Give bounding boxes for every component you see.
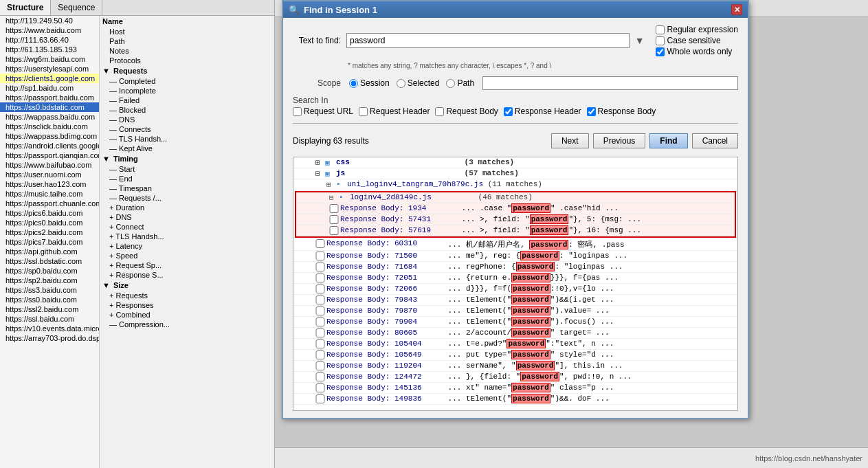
result-row-149836[interactable]: Response Body: 149836 ... tElement("pass… [293, 394, 737, 405]
tree-item[interactable]: https://user.nuomi.com [0, 170, 99, 179]
dialog-close-button[interactable]: ✕ [731, 4, 742, 15]
tree-item[interactable]: https://pics7.baidu.com [0, 237, 99, 247]
scope-session-radio[interactable] [349, 79, 358, 88]
req-path[interactable]: Path [107, 36, 274, 46]
cb-79843[interactable] [315, 296, 325, 304]
timing-dns[interactable]: + DNS [107, 212, 274, 222]
find-dropdown-arrow[interactable]: ▼ [632, 35, 647, 46]
result-row-145136[interactable]: Response Body: 145136 ... xt" name="pass… [293, 383, 737, 394]
cb-72066[interactable] [315, 285, 325, 293]
tree-item[interactable]: https://userstylesapi.com [0, 64, 99, 74]
result-row-1934[interactable]: Response Body: 1934 ... .case "password"… [296, 203, 735, 214]
cb-145136[interactable] [315, 383, 325, 392]
cb-1934[interactable] [329, 204, 339, 213]
file-loginv4[interactable]: ⊟ ▪ loginv4_2d8149c.js (46 matches) [296, 192, 735, 203]
cb-149836[interactable] [315, 394, 325, 403]
file-uni-login[interactable]: ⊞ ▪ uni_loginv4_tangram_70h879c.js (11 m… [293, 179, 737, 190]
cb-60310[interactable] [315, 239, 325, 248]
req-completed[interactable]: — Completed [107, 76, 274, 86]
req-tls[interactable]: — TLS Handsh... [107, 134, 274, 144]
cb-79904[interactable] [315, 317, 325, 326]
cb-105404[interactable] [315, 339, 325, 348]
tree-item[interactable]: https://www.baifubao.com [0, 160, 99, 170]
tree-item[interactable]: https://array703-prod.do.dsp.mp.microsof… [0, 333, 99, 343]
cb-79870[interactable] [315, 307, 325, 315]
tree-item[interactable]: https://ss0.baidu.com [0, 295, 99, 304]
tree-item[interactable]: https://wappass.baidu.com [0, 112, 99, 122]
cb-119204[interactable] [315, 361, 325, 370]
tree-item[interactable]: https://passport.qianqian.com [0, 151, 99, 160]
result-row-105404[interactable]: Response Body: 105404 ... t=e.pwd?"passw… [293, 339, 737, 350]
path-input[interactable] [482, 76, 738, 90]
timing-dur[interactable]: + Duration [107, 203, 274, 212]
tree-item[interactable]: https://ss3.baidu.com [0, 285, 99, 295]
result-row-60310[interactable]: Response Body: 60310 ... 机/邮箱/用户名, passw… [293, 238, 737, 251]
result-row-80605[interactable]: Response Body: 80605 ... 2/account/passw… [293, 328, 737, 339]
next-button[interactable]: Next [551, 133, 589, 148]
timing-end[interactable]: — End [107, 174, 274, 183]
tree-item[interactable]: https://pics6.baidu.com [0, 208, 99, 218]
req-blocked[interactable]: — Blocked [107, 105, 274, 115]
tree-item[interactable]: https://ssl.bdstatic.com [0, 256, 99, 266]
cancel-button[interactable]: Cancel [692, 133, 738, 148]
cb-case-sensitive-input[interactable] [656, 36, 665, 45]
tree-item[interactable]: https://wappass.bdimg.com [0, 131, 99, 141]
result-row-57619[interactable]: Response Body: 57619 ... >, field: "pass… [296, 225, 735, 236]
scope-selected-radio[interactable] [397, 79, 405, 88]
req-protocols[interactable]: Protocols [107, 56, 274, 65]
tree-item[interactable]: https://wg6m.baidu.com [0, 54, 99, 64]
result-row-72051[interactable]: Response Body: 72051 ... {return e.passw… [293, 273, 737, 284]
size-header[interactable]: ▼ Size [100, 280, 274, 291]
si-request-header-cb[interactable] [359, 107, 368, 116]
tree-item[interactable]: https://android.clients.google.com [0, 141, 99, 151]
tree-item[interactable]: https://nsclick.baidu.com [0, 122, 99, 131]
cb-105649[interactable] [315, 350, 325, 359]
requests-header[interactable]: ▼ Requests [100, 65, 274, 76]
timing-speed[interactable]: + Speed [107, 251, 274, 260]
folder-js[interactable]: ⊟ ▣ js (57 matches) [293, 168, 737, 179]
tab-sequence[interactable]: Sequence [51, 0, 102, 15]
size-compression[interactable]: — Compression... [107, 320, 274, 329]
cb-80605[interactable] [315, 328, 325, 337]
tree-item[interactable]: https://pics0.baidu.com [0, 218, 99, 227]
si-response-header-cb[interactable] [504, 107, 513, 116]
req-failed[interactable]: — Failed [107, 96, 274, 105]
tree-item[interactable]: https://sp2.baidu.com [0, 276, 99, 285]
result-row-57431[interactable]: Response Body: 57431 ... >, field: "pass… [296, 214, 735, 225]
previous-button[interactable]: Previous [593, 133, 646, 148]
result-row-71500[interactable]: Response Body: 71500 ... me"}, reg: {pas… [293, 251, 737, 262]
tree-item[interactable]: https://passport.chuanle.com [0, 199, 99, 208]
timing-latency[interactable]: + Latency [107, 241, 274, 251]
tree-item[interactable]: https://ss0.bdstatic.com [0, 102, 99, 112]
cb-124472[interactable] [315, 372, 325, 381]
tree-item[interactable]: http://61.135.185.193 [0, 45, 99, 54]
result-row-105649[interactable]: Response Body: 105649 ... put type="pass… [293, 350, 737, 361]
result-row-72066[interactable]: Response Body: 72066 ... d}}}, f=f(passw… [293, 284, 737, 295]
tree-item[interactable]: https://ssl2.baidu.com [0, 304, 99, 314]
cb-regular-expression-input[interactable] [656, 25, 665, 34]
req-connects[interactable]: — Connects [107, 124, 274, 134]
cb-72051[interactable] [315, 274, 325, 282]
result-row-79870[interactable]: Response Body: 79870 ... tElement("passw… [293, 306, 737, 317]
si-request-body-cb[interactable] [435, 107, 444, 116]
timing-connect[interactable]: + Connect [107, 222, 274, 232]
tree-item[interactable]: https://v10.events.data.microsoft.com [0, 324, 99, 333]
find-button[interactable]: Find [649, 133, 687, 148]
cb-whole-words-input[interactable] [656, 47, 665, 56]
tree-item[interactable]: https://music.taihe.com [0, 189, 99, 199]
tab-structure[interactable]: Structure [0, 0, 51, 15]
tree-item[interactable]: https://clients1.google.com [0, 74, 99, 83]
timing-res-speed[interactable]: + Response S... [107, 270, 274, 280]
timing-timespan[interactable]: — Timespan [107, 183, 274, 193]
cb-57619[interactable] [329, 226, 339, 235]
size-requests[interactable]: + Requests [107, 291, 274, 300]
result-row-119204[interactable]: Response Body: 119204 ... serName", "pas… [293, 361, 737, 372]
tree-item[interactable]: https://passport.baidu.com [0, 93, 99, 102]
find-input[interactable] [346, 33, 630, 48]
tree-item[interactable]: https://user.hao123.com [0, 179, 99, 189]
req-keepalive[interactable]: — Kept Alive [107, 144, 274, 153]
tree-item[interactable]: http://sp1.baidu.com [0, 83, 99, 93]
size-combined[interactable]: + Combined [107, 310, 274, 320]
timing-req-speed[interactable]: + Request Sp... [107, 260, 274, 270]
timing-tls[interactable]: + TLS Handsh... [107, 232, 274, 241]
